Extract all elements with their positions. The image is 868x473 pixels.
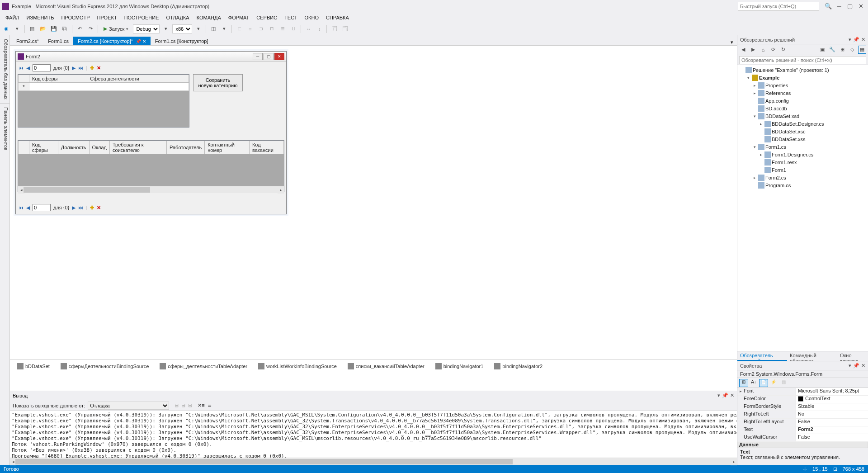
sol-view-button[interactable]: ◇ [848, 46, 856, 54]
props-props-button[interactable]: 📄 [759, 379, 768, 387]
menu-файл[interactable]: ФАЙЛ [2, 14, 23, 21]
menu-окно[interactable]: ОКНО [301, 14, 322, 21]
rail-tab[interactable]: Обозреватель баз данных [0, 35, 9, 104]
nav2-next-button[interactable]: ▶ [72, 205, 75, 211]
doc-tab[interactable]: Form2.cs* [12, 37, 43, 45]
property-row[interactable]: ForeColorControlText [737, 396, 868, 403]
property-row[interactable]: TextForm2 [737, 426, 868, 434]
sol-bottom-tab[interactable]: Командный обозреват... [787, 351, 837, 361]
property-row[interactable]: FormBorderStyleSizable [737, 403, 868, 411]
back-button[interactable]: ◉ [2, 24, 11, 33]
nav-first-button[interactable]: ⏮ [19, 65, 24, 71]
output-btn-3[interactable]: ⊟ [188, 402, 192, 408]
solution-close-button[interactable]: ✕ [861, 37, 865, 43]
save-button[interactable]: 💾 [49, 24, 58, 33]
data-grid-view-1[interactable]: Код сферыСфера деятельности * [18, 74, 189, 128]
solution-pin-button[interactable]: 📌 [853, 37, 859, 43]
sol-sync-button[interactable]: ⟳ [769, 46, 777, 54]
component-item[interactable]: bDDataSet [17, 363, 50, 369]
grid1-row-header[interactable]: * [19, 83, 29, 91]
nav-prev-button[interactable]: ◀ [26, 65, 30, 71]
grid1-cell[interactable] [29, 83, 87, 91]
output-scrollbar[interactable]: ◂ ▸ [10, 458, 737, 465]
tree-node[interactable]: BDDataSet.xss [737, 135, 868, 143]
tree-node[interactable]: ▸BDDataSet.Designer.cs [737, 120, 868, 128]
menu-тест[interactable]: ТЕСТ [281, 14, 301, 21]
output-btn-1[interactable]: ⊟ [175, 402, 179, 408]
menu-отладка[interactable]: ОТЛАДКА [163, 14, 193, 21]
grid2-col[interactable]: Код вакансии [249, 141, 283, 154]
sol-home-button[interactable]: ⌂ [759, 46, 767, 54]
nav2-prev-button[interactable]: ◀ [26, 205, 30, 211]
sol-properties-button[interactable]: 🔧 [828, 46, 836, 54]
properties-grid[interactable]: ▸FontMicrosoft Sans Serif; 8,25ptForeCol… [737, 388, 868, 448]
align-right-button[interactable]: ⊐ [256, 24, 265, 33]
output-scroll-right[interactable]: ▸ [731, 458, 737, 465]
grid2-scrollbar[interactable]: ◂ ▸ [18, 186, 284, 193]
sol-back-button[interactable]: ◀ [739, 46, 747, 54]
component-item[interactable]: workListWorkInfoBindingSource [258, 363, 337, 369]
grid1-col-1[interactable]: Сфера деятельности [87, 75, 189, 83]
props-pin-button[interactable]: 📌 [853, 363, 859, 369]
nav2-last-button[interactable]: ⏭ [78, 205, 83, 210]
platform-dropdown[interactable]: x86 [172, 24, 192, 33]
forward-button[interactable]: ▾ [13, 24, 22, 33]
grid2-col[interactable]: Работодатель [167, 141, 205, 154]
property-row[interactable]: UseWaitCursorFalse [737, 434, 868, 442]
solution-tree[interactable]: Решение "Example" (проектов: 1)▾Example▸… [737, 65, 868, 351]
tree-node[interactable]: BD.accdb [737, 104, 868, 112]
doc-tabs-overflow[interactable]: ▾ [731, 39, 737, 45]
arrange-button-2[interactable]: ⿹ [340, 24, 349, 33]
props-dropdown-button[interactable]: ▾ [849, 363, 851, 369]
sol-bottom-tab[interactable]: Окно классов [837, 351, 868, 361]
align-middle-button[interactable]: ≣ [278, 24, 287, 33]
grid2-col[interactable]: Код сферы [29, 141, 58, 154]
sol-bottom-tab[interactable]: Обозреватель решений [737, 351, 787, 361]
props-categorized-button[interactable]: ⊞ [739, 379, 748, 387]
align-left-button[interactable]: ⊏ [235, 24, 244, 33]
grid1-col-0[interactable]: Код сферы [29, 75, 87, 83]
menu-построение[interactable]: ПОСТРОЕНИЕ [121, 14, 163, 21]
form-minimize-button[interactable]: ─ [253, 53, 263, 60]
props-close-button[interactable]: ✕ [861, 363, 865, 369]
form-designer-window[interactable]: Form2 ─ ▢ ✕ ⏮ ◀ для {0} ▶ ⏭ | ✚ [15, 51, 287, 214]
output-pin-button[interactable]: 📌 [722, 393, 728, 398]
tree-node[interactable]: ▸References [737, 89, 868, 97]
sol-showall-button[interactable]: ⊞ [838, 46, 846, 54]
scroll-thumb[interactable] [24, 187, 150, 193]
tree-node[interactable]: Form1.resx [737, 158, 868, 166]
redo-button[interactable]: ↷ [86, 24, 95, 33]
output-close-button[interactable]: ✕ [730, 393, 734, 398]
nav-last-button[interactable]: ⏭ [78, 65, 83, 71]
menu-просмотр[interactable]: ПРОСМОТР [57, 14, 93, 21]
search-icon[interactable]: 🔍 [823, 2, 834, 11]
menu-справка[interactable]: СПРАВКА [322, 14, 353, 21]
output-clear-button[interactable]: ✕≡ [198, 402, 204, 408]
quick-launch-input[interactable] [738, 2, 819, 11]
grid2-col[interactable]: Контактный номер [205, 141, 250, 154]
tree-node[interactable]: Решение "Example" (проектов: 1) [737, 66, 868, 74]
tree-node[interactable]: ▸Form1.Designer.cs [737, 151, 868, 158]
property-category[interactable]: ▾Данные [737, 442, 868, 448]
binding-navigator-1[interactable]: ⏮ ◀ для {0} ▶ ⏭ | ✚ ✕ [18, 63, 284, 72]
grid2-col[interactable]: Оклад [89, 141, 109, 154]
binding-navigator-2[interactable]: ⏮ ◀ для {0} ▶ ⏭ | ✚ ✕ [18, 203, 284, 212]
property-row[interactable]: ▸FontMicrosoft Sans Serif; 8,25pt [737, 388, 868, 396]
layout-button-2[interactable]: ▾ [220, 24, 229, 33]
tree-node[interactable]: Program.cs [737, 181, 868, 189]
layout-button-1[interactable]: ◫ [209, 24, 218, 33]
save-all-button[interactable]: ⿻ [60, 24, 69, 33]
nav-add-button[interactable]: ✚ [90, 65, 94, 71]
menu-проект[interactable]: ПРОЕКТ [94, 14, 121, 21]
nav-next-button[interactable]: ▶ [72, 65, 75, 71]
menu-изменить[interactable]: ИЗМЕНИТЬ [23, 14, 58, 21]
component-item[interactable]: bindingNavigator2 [494, 363, 542, 369]
nav-position-input[interactable] [33, 64, 51, 71]
open-button[interactable]: 📂 [38, 24, 47, 33]
component-item[interactable]: сферы_деятельностиTableAdapter [160, 363, 247, 369]
tree-node[interactable]: BDDataSet.xsc [737, 128, 868, 135]
sol-collapse-button[interactable]: ▣ [818, 46, 826, 54]
menu-формат[interactable]: ФОРМАТ [225, 14, 253, 21]
component-item[interactable]: списки_вакансийTableAdapter [348, 363, 425, 369]
solution-dropdown-button[interactable]: ▾ [849, 37, 851, 43]
